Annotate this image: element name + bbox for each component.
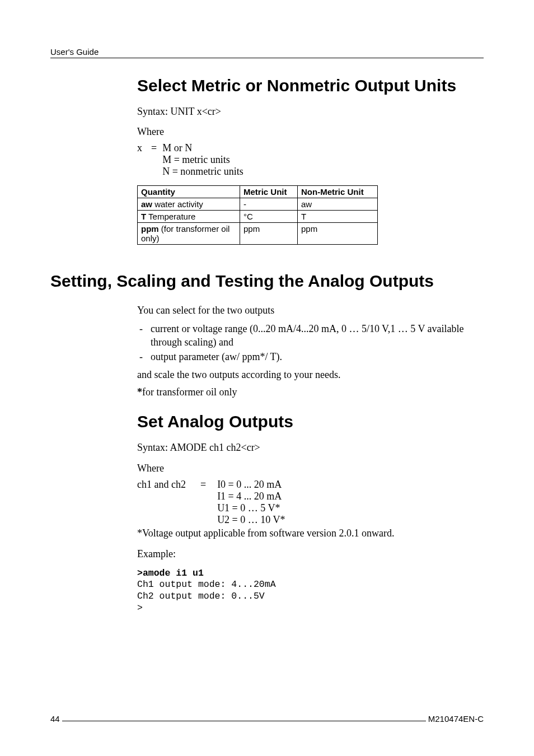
footer-rule xyxy=(62,721,426,721)
def-l4: U2 = 0 … 10 V* xyxy=(217,514,285,525)
table-row: aw water activity - aw xyxy=(138,198,378,211)
def-var: ch1 and ch2 xyxy=(137,479,189,526)
def-val: I0 = 0 ... 20 mA I1 = 4 ... 20 mA U1 = 0… xyxy=(217,479,288,526)
def-var: x xyxy=(137,142,146,178)
cell-nonmetric: T xyxy=(298,211,378,223)
heading-setting-scaling: Setting, Scaling and Testing the Analog … xyxy=(50,272,484,291)
cell-nonmetric: aw xyxy=(298,198,378,211)
cell-nonmetric: ppm xyxy=(298,223,378,245)
def-val-l2: M = metric units xyxy=(162,154,230,165)
cell-metric: °C xyxy=(240,211,298,223)
output-options-list: current or voltage range (0...20 mA/4...… xyxy=(137,322,484,364)
q-rest: water activity xyxy=(152,199,203,209)
voltage-note: *Voltage output applicable from software… xyxy=(137,527,484,540)
heading-select-metric: Select Metric or Nonmetric Output Units xyxy=(137,76,484,95)
q-bold: T xyxy=(141,212,146,221)
heading-set-analog: Set Analog Outputs xyxy=(137,412,484,431)
cell-metric: ppm xyxy=(240,223,298,245)
scale-note: and scale the two outputs according to y… xyxy=(137,368,484,381)
th-nonmetric: Non-Metric Unit xyxy=(298,186,378,198)
code-line-1: >amode i1 u1 xyxy=(137,568,204,578)
def-l3: U1 = 0 … 5 V* xyxy=(217,502,280,514)
header-rule xyxy=(99,47,484,57)
cell-metric: - xyxy=(240,198,298,211)
unit-def-table: x = M or N M = metric units N = nonmetri… xyxy=(137,142,247,178)
th-metric: Metric Unit xyxy=(240,186,298,198)
q-bold: aw xyxy=(141,199,152,209)
syntax-unit: Syntax: UNIT x<cr> xyxy=(137,105,484,118)
document-id: M210474EN-C xyxy=(428,714,484,724)
def-l1: I0 = 0 ... 20 mA xyxy=(217,479,282,490)
th-quantity: Quantity xyxy=(138,186,240,198)
code-line-2: Ch1 output mode: 4...20mA xyxy=(137,579,276,590)
q-bold: ppm xyxy=(141,224,159,234)
running-header: User's Guide xyxy=(50,47,484,58)
page-number: 44 xyxy=(50,714,60,724)
def-val-l3: N = nonmetric units xyxy=(162,166,243,177)
q-rest: Temperature xyxy=(146,212,195,221)
def-val-l1: M or N xyxy=(162,142,192,153)
code-line-4: > xyxy=(137,603,143,613)
page-footer: 44 M210474EN-C xyxy=(50,714,484,724)
table-row: ppm (for transformer oil only) ppm ppm xyxy=(138,223,378,245)
intro-para: You can select for the two outputs xyxy=(137,304,484,317)
code-line-3: Ch2 output mode: 0...5V xyxy=(137,591,265,601)
table-row: T Temperature °C T xyxy=(138,211,378,223)
where-label-2: Where xyxy=(137,463,484,474)
footnote-text: for transformer oil only xyxy=(142,386,237,398)
list-item: current or voltage range (0...20 mA/4...… xyxy=(137,322,484,349)
units-table: Quantity Metric Unit Non-Metric Unit aw … xyxy=(137,185,378,245)
footnote-star: * xyxy=(137,386,142,398)
def-eq: = xyxy=(146,142,162,178)
syntax-amode: Syntax: AMODE ch1 ch2<cr> xyxy=(137,441,484,454)
amode-def-table: ch1 and ch2 = I0 = 0 ... 20 mA I1 = 4 ..… xyxy=(137,479,288,526)
footnote-transformer: *for transformer oil only xyxy=(137,386,484,399)
def-eq: = xyxy=(189,479,217,526)
example-code-block: >amode i1 u1 Ch1 output mode: 4...20mA C… xyxy=(137,568,484,614)
list-item: output parameter (aw/ ppm*/ T). xyxy=(137,350,484,363)
where-label-1: Where xyxy=(137,126,484,138)
def-l2: I1 = 4 ... 20 mA xyxy=(217,491,282,502)
example-label: Example: xyxy=(137,548,484,561)
header-label: User's Guide xyxy=(50,47,99,57)
def-val: M or N M = metric units N = nonmetric un… xyxy=(162,142,247,178)
